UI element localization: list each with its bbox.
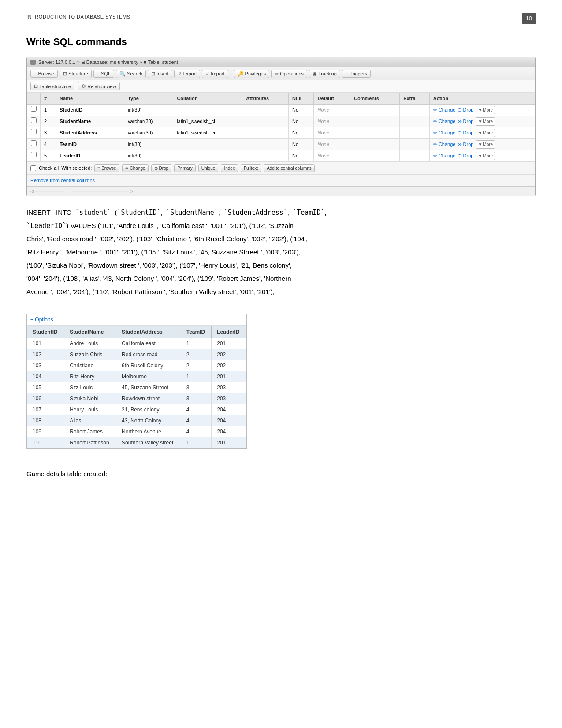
row-checkbox-cell <box>27 150 41 161</box>
change-link[interactable]: ✏ Change <box>433 142 456 147</box>
drop-link[interactable]: ⊝ Drop <box>458 142 473 147</box>
triggers-button[interactable]: ≡ Triggers <box>342 70 371 78</box>
change-link[interactable]: ✏ Change <box>433 153 456 158</box>
cell-studentaddress: Southern Valley street <box>116 437 181 448</box>
row-attributes <box>242 116 289 127</box>
cell-studentid: 108 <box>27 415 64 426</box>
row-collation <box>173 104 242 116</box>
more-dropdown[interactable]: ▼ More <box>476 129 495 137</box>
drop-link[interactable]: ⊝ Drop <box>458 153 473 158</box>
row-comments <box>350 138 399 150</box>
tracking-button[interactable]: ◉ Tracking <box>309 70 340 78</box>
drop-link[interactable]: ⊝ Drop <box>458 119 473 124</box>
row-checkbox-cell <box>27 138 41 150</box>
change-link[interactable]: ✏ Change <box>433 119 456 124</box>
row-comments <box>350 150 399 161</box>
structure-button[interactable]: ⊞ Structure <box>60 70 92 78</box>
table-row: 5 LeaderID int(30) No None ✏ Change ⊝ Dr… <box>27 150 535 161</box>
row-null: No <box>289 138 314 150</box>
page-header: INTRODUCTION TO DATABASE SYSTEMS 10 <box>26 13 536 24</box>
phpmyadmin-toolbar: ≡ Browse ⊞ Structure ≡ SQL 🔍 Search ⊞ In… <box>27 67 535 80</box>
more-dropdown[interactable]: ▼ More <box>476 140 495 149</box>
bottom-unique-button[interactable]: Unique <box>198 164 219 172</box>
titlebar-text: Server: 127.0.0.1 » ⊞ Database: mu unive… <box>38 59 178 66</box>
table-structure-button[interactable]: ⊞ Table structure <box>30 82 74 90</box>
drop-link[interactable]: ⊝ Drop <box>458 130 473 135</box>
cell-teamid: 1 <box>181 437 212 448</box>
bottom-fulltext-button[interactable]: Fulltext <box>241 164 261 172</box>
privileges-label: Privileges <box>245 71 266 76</box>
options-bar[interactable]: + Options <box>27 314 246 326</box>
col-action: Action <box>429 93 535 105</box>
remove-central-link[interactable]: Remove from central columns <box>30 177 95 184</box>
row-default: None <box>314 127 350 138</box>
result-row: 106 Sizuka Nobi Rowdown street 3 203 <box>27 393 246 404</box>
bottom-browse-label: Browse <box>101 166 116 171</box>
bottom-browse-icon: ≡ <box>97 166 100 171</box>
bottom-change-icon: ✏ <box>125 166 129 171</box>
row-checkbox[interactable] <box>31 140 37 146</box>
result-col-studentaddress: StudentAddress <box>116 326 181 338</box>
operations-button[interactable]: ✏ Operations <box>271 70 307 78</box>
check-all-checkbox[interactable] <box>30 165 36 171</box>
col-checkbox <box>27 93 41 105</box>
more-dropdown[interactable]: ▼ More <box>476 106 495 114</box>
privileges-button[interactable]: 🔑 Privileges <box>234 70 270 78</box>
drop-group: ⊝ Drop ▼ More <box>458 130 495 135</box>
drop-link[interactable]: ⊝ Drop <box>458 107 473 112</box>
row-checkbox[interactable] <box>31 129 37 134</box>
row-num: 2 <box>41 116 56 127</box>
sql-text-7: Avenue ', '004', '204'), ('110', 'Robert… <box>26 285 536 299</box>
row-action: ✏ Change ⊝ Drop ▼ More <box>429 116 535 127</box>
row-comments <box>350 127 399 138</box>
more-dropdown[interactable]: ▼ More <box>476 152 495 160</box>
bottom-browse-button[interactable]: ≡ Browse <box>94 164 119 172</box>
cell-leaderid: 204 <box>212 404 246 415</box>
row-checkbox[interactable] <box>31 117 37 123</box>
bottom-primary-label: Primary <box>177 166 192 171</box>
export-button[interactable]: ↗ Export <box>174 70 201 78</box>
row-attributes <box>242 127 289 138</box>
row-checkbox-cell <box>27 127 41 138</box>
cell-leaderid: 203 <box>212 382 246 393</box>
row-checkbox-cell <box>27 104 41 116</box>
cell-studentaddress: Red cross road <box>116 349 181 360</box>
structure-table: # Name Type Collation Attributes Null De… <box>27 93 535 162</box>
results-table: StudentID StudentName StudentAddress Tea… <box>27 326 246 448</box>
cell-studentid: 110 <box>27 437 64 448</box>
sql-button[interactable]: ≡ SQL <box>93 70 114 78</box>
row-checkbox[interactable] <box>31 152 37 157</box>
row-type: int(30) <box>124 104 173 116</box>
relation-view-button[interactable]: ⚙ Relation view <box>78 82 119 90</box>
row-checkbox[interactable] <box>31 106 37 112</box>
change-link[interactable]: ✏ Change <box>433 107 456 112</box>
bottom-add-central-button[interactable]: Add to central columns <box>264 164 315 172</box>
col-null: Null <box>289 93 314 105</box>
bottom-primary-button[interactable]: Primary <box>174 164 195 172</box>
bottom-drop-button[interactable]: ⊝ Drop <box>151 164 172 172</box>
drop-group: ⊝ Drop ▼ More <box>458 142 495 147</box>
change-link[interactable]: ✏ Change <box>433 130 456 135</box>
insert-button[interactable]: ⊞ Insert <box>148 70 172 78</box>
browse-button[interactable]: ≡ Browse <box>30 70 58 78</box>
result-row: 107 Henry Louis 21, Bens colony 4 204 <box>27 404 246 415</box>
import-button[interactable]: ↙ Import <box>202 70 228 78</box>
cell-studentaddress: 21, Bens colony <box>116 404 181 415</box>
table-scroll-hint: ◁ ───────── ────────────────── ▷ <box>27 186 535 196</box>
cell-teamid: 1 <box>181 338 212 349</box>
row-null: No <box>289 150 314 161</box>
cell-studentname: Ritz Henry <box>64 371 116 382</box>
section-title: Write SQL commands <box>26 34 536 49</box>
bottom-change-button[interactable]: ✏ Change <box>122 164 149 172</box>
table-structure-label: Table structure <box>39 84 71 89</box>
more-dropdown[interactable]: ▼ More <box>476 117 495 126</box>
bottom-index-button[interactable]: Index <box>221 164 238 172</box>
row-action: ✏ Change ⊝ Drop ▼ More <box>429 138 535 150</box>
result-row: 110 Robert Pattinson Southern Valley str… <box>27 437 246 448</box>
cell-studentid: 109 <box>27 426 64 437</box>
cell-studentaddress: 45, Suzzane Strreet <box>116 382 181 393</box>
row-type: int(30) <box>124 138 173 150</box>
cell-teamid: 3 <box>181 382 212 393</box>
search-button[interactable]: 🔍 Search <box>116 70 146 78</box>
cell-studentname: Sizuka Nobi <box>64 393 116 404</box>
